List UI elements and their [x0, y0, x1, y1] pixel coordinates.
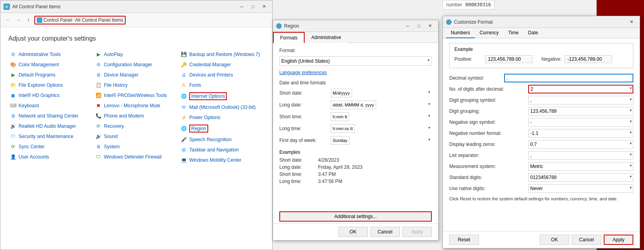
cf-select-7[interactable]: ,: [528, 151, 633, 160]
cp-item-0-2[interactable]: ▶Default Programs: [8, 71, 94, 79]
tab-currency[interactable]: Currency: [475, 28, 504, 38]
tab-administrative[interactable]: Administrative: [305, 32, 348, 43]
cf-select-9[interactable]: 0123456789: [528, 173, 633, 182]
customize-body: Example Positive: 123,456,789.00 Negativ…: [443, 38, 640, 231]
cp-item-0-0[interactable]: ⚙Administrative Tools: [8, 50, 94, 59]
tab-time[interactable]: Time: [503, 28, 523, 38]
cp-item-1-0[interactable]: ▶AutoPlay: [94, 50, 179, 59]
region-minimize[interactable]: ─: [403, 22, 413, 30]
cf-field-input-0[interactable]: [504, 74, 633, 82]
region-example-row-3: Long time:3:47:56 PM: [279, 179, 432, 184]
cf-select-3[interactable]: 123,456,789: [528, 107, 633, 116]
region-field-select-0[interactable]: M/d/yyyy: [331, 89, 352, 97]
up-button[interactable]: ↑: [24, 16, 33, 24]
cp-item-icon-1-8: 🔊: [95, 133, 102, 140]
reset-button[interactable]: Reset: [449, 235, 479, 245]
cp-item-2-7[interactable]: 🌐Region: [179, 123, 264, 134]
minimize-button[interactable]: ─: [237, 2, 247, 11]
cp-item-1-7[interactable]: ⟳Recovery: [94, 122, 179, 131]
tab-numbers[interactable]: Numbers: [446, 28, 475, 38]
cf-field-label-6: Display leading zeros:: [449, 142, 528, 147]
cp-item-icon-2-4: 🌐: [181, 93, 187, 99]
region-field-select-1[interactable]: dddd, MMMM d, yyyy: [331, 101, 376, 109]
cp-item-1-6[interactable]: 📞Phone and Modem: [94, 112, 179, 120]
cp-item-0-7[interactable]: 🔊Realtek HD Audio Manager: [8, 122, 94, 131]
cp-item-1-3[interactable]: 📋File History: [94, 81, 179, 90]
cf-select-2[interactable]: ,: [528, 96, 633, 104]
cf-select-10[interactable]: Never: [528, 184, 633, 193]
cf-select-1[interactable]: 2: [528, 85, 633, 93]
format-select-wrapper: English (United States): [279, 56, 432, 66]
region-close[interactable]: ✕: [425, 22, 435, 30]
cp-item-1-8[interactable]: 🔊Sound: [94, 132, 179, 141]
format-dropdown[interactable]: English (United States): [279, 56, 432, 66]
cp-item-2-8[interactable]: 🎤Speech Recognition: [179, 135, 264, 144]
region-ok-button[interactable]: OK: [338, 227, 368, 237]
tab-date[interactable]: Date: [523, 28, 543, 38]
cf-select-6[interactable]: 0.7: [528, 140, 633, 149]
cp-item-0-3[interactable]: 📁File Explorer Options: [8, 81, 94, 90]
region-apply-button[interactable]: Apply: [402, 227, 432, 237]
cp-item-icon-1-1: ⚙: [95, 62, 102, 68]
cp-item-2-5[interactable]: ✉Mail (Microsoft Outlook) (32-bit): [179, 103, 264, 112]
close-button[interactable]: ✕: [259, 2, 269, 11]
customize-apply-button[interactable]: Apply: [604, 235, 633, 245]
breadcrumb-all-items[interactable]: All Control Panel Items: [75, 17, 123, 23]
cp-item-label-2-6: Power Options: [189, 115, 220, 120]
region-body: Format: English (United States) Language…: [273, 43, 438, 209]
negative-value: -123,456,789.00: [565, 55, 612, 63]
cp-item-2-2[interactable]: 🖨Devices and Printers: [179, 71, 264, 79]
cp-item-1-1[interactable]: ⚙Configuration Manager: [94, 60, 179, 69]
cp-title-text: All Control Panel Items: [12, 4, 60, 9]
region-field-select-3[interactable]: h:mm:ss tt: [331, 124, 355, 133]
cp-item-1-9[interactable]: 🖥System: [94, 142, 179, 151]
cp-item-2-6[interactable]: ⚡Power Options: [179, 113, 264, 122]
customize-cancel-button[interactable]: Cancel: [572, 235, 601, 245]
region-field-select-2[interactable]: h:mm tt: [331, 112, 349, 121]
cp-item-2-3[interactable]: AFonts: [179, 81, 264, 90]
tab-formats[interactable]: Formats: [273, 32, 305, 43]
cp-item-0-4[interactable]: ◼Intel® HD Graphics: [8, 91, 94, 100]
cp-item-label-2-3: Fonts: [189, 82, 201, 88]
cp-item-0-10[interactable]: 👤User Accounts: [8, 153, 94, 161]
back-button[interactable]: ←: [4, 16, 12, 24]
customize-ok-button[interactable]: OK: [540, 235, 569, 245]
cp-item-2-4[interactable]: 🌐Internet Options: [179, 91, 264, 101]
cp-item-label-0-5: Keyboard: [19, 103, 39, 108]
additional-settings-button[interactable]: Additional settings...: [279, 211, 432, 222]
customize-close[interactable]: ✕: [626, 18, 636, 26]
region-example-value-0: 4/28/2023: [318, 157, 339, 163]
maximize-button[interactable]: □: [248, 2, 258, 11]
forward-button[interactable]: →: [14, 16, 23, 24]
cp-column-1: ▶AutoPlay⚙Configuration Manager🖥Device M…: [94, 50, 179, 164]
cp-item-label-2-1: Credential Manager: [189, 62, 231, 67]
cp-item-2-10[interactable]: 💻Windows Mobility Center: [179, 156, 264, 164]
cf-select-5[interactable]: -1.1: [528, 129, 633, 138]
cf-field-label-9: Standard digits:: [449, 175, 528, 180]
breadcrumb-cp[interactable]: Control Panel: [43, 17, 72, 23]
cp-item-label-0-7: Realtek HD Audio Manager: [19, 123, 76, 129]
cp-item-label-1-7: Recovery: [104, 123, 124, 129]
cp-item-1-10[interactable]: 🛡Windows Defender Firewall: [94, 153, 179, 161]
cp-item-1-2[interactable]: 🖥Device Manager: [94, 71, 179, 79]
cp-item-0-1[interactable]: 🎨Color Management: [8, 60, 94, 69]
cp-item-0-5[interactable]: ⌨Keyboard: [8, 101, 94, 110]
region-cancel-button[interactable]: Cancel: [370, 227, 400, 237]
region-maximize[interactable]: □: [414, 22, 424, 30]
cp-item-0-8[interactable]: 🛡Security and Maintenance: [8, 132, 94, 141]
cp-item-label-0-0: Administrative Tools: [19, 52, 61, 57]
cp-item-0-9[interactable]: ⟳Sync Center: [8, 142, 94, 151]
region-field-select-4[interactable]: Sunday: [331, 136, 350, 145]
breadcrumb-icon-item[interactable]: Control Panel: [37, 17, 72, 23]
cp-item-1-5[interactable]: ✖Lenovo - Microphone Mute: [94, 101, 179, 110]
language-link[interactable]: Language preferences: [279, 70, 432, 75]
cp-item-0-6[interactable]: 🖥Network and Sharing Center: [8, 112, 94, 120]
cp-item-2-0[interactable]: 💾Backup and Restore (Windows 7): [179, 50, 264, 59]
cp-item-2-9[interactable]: ⊞Taskbar and Navigation: [179, 146, 264, 154]
cp-item-1-4[interactable]: 📶Intel® PROSet/Wireless Tools: [94, 91, 179, 100]
cf-select-wrapper-10: Never: [528, 184, 633, 193]
cp-item-2-1[interactable]: 🔑Credential Manager: [179, 60, 264, 69]
cf-select-4[interactable]: -: [528, 118, 633, 127]
cp-grid: ⚙Administrative Tools🎨Color Management▶D…: [8, 50, 264, 164]
cf-select-8[interactable]: Metric: [528, 162, 633, 171]
